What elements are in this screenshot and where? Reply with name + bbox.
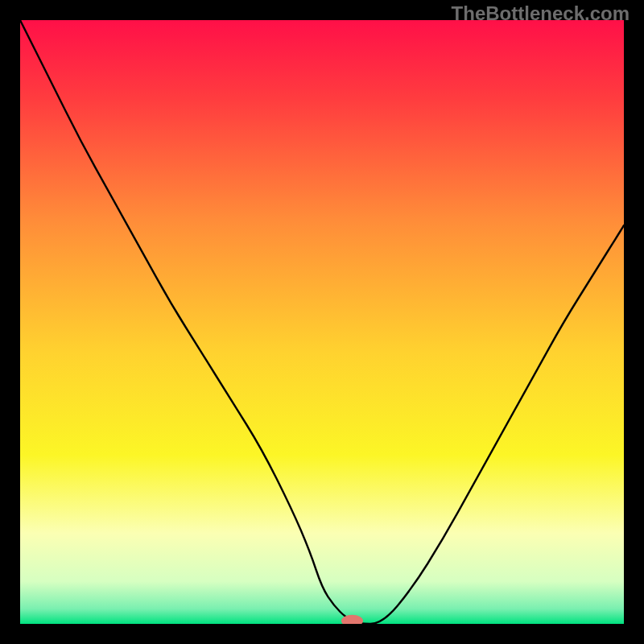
gradient-background <box>20 20 624 624</box>
plot-area <box>20 20 624 624</box>
chart-container: TheBottleneck.com <box>0 0 644 644</box>
chart-svg <box>20 20 624 624</box>
watermark-text: TheBottleneck.com <box>452 2 630 25</box>
